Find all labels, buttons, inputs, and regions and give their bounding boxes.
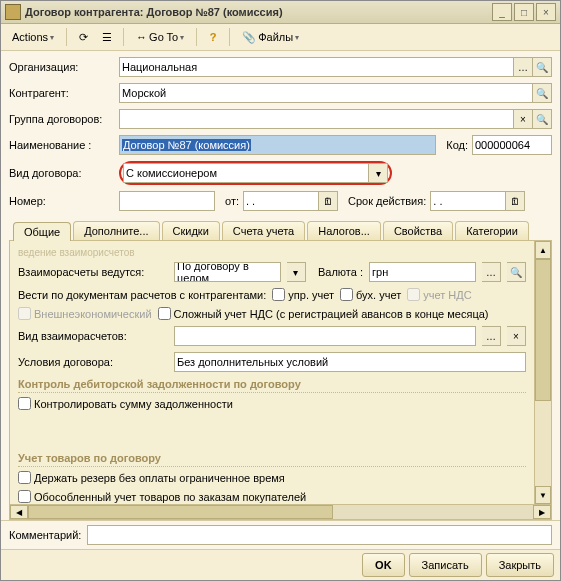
h-scrollbar[interactable]: ◀ ▶ bbox=[9, 505, 552, 520]
code-input[interactable]: 000000064 bbox=[472, 135, 552, 155]
kind-highlight: С комиссионером ▾ bbox=[119, 161, 392, 185]
kind-calc-select[interactable]: … bbox=[482, 326, 501, 346]
group-clear-button[interactable]: × bbox=[514, 109, 533, 129]
name-input[interactable]: Договор №87 (комиссия) bbox=[119, 135, 436, 155]
name-label: Наименование : bbox=[9, 139, 119, 151]
maximize-button[interactable]: □ bbox=[514, 3, 534, 21]
contr-input[interactable]: Морской bbox=[119, 83, 533, 103]
contr-search-button[interactable]: 🔍 bbox=[533, 83, 552, 103]
comment-label: Комментарий: bbox=[9, 529, 81, 541]
currency-select[interactable]: … bbox=[482, 262, 501, 282]
tab-accounts[interactable]: Счета учета bbox=[222, 221, 305, 240]
ok-button[interactable]: OK bbox=[362, 553, 405, 577]
scroll-right-icon[interactable]: ▶ bbox=[533, 505, 551, 519]
from-label: от: bbox=[225, 195, 239, 207]
org-input[interactable]: Национальная bbox=[119, 57, 514, 77]
kind-input[interactable]: С комиссионером bbox=[123, 163, 369, 183]
group-search-button[interactable]: 🔍 bbox=[533, 109, 552, 129]
date-to-input[interactable]: . . bbox=[430, 191, 506, 211]
refresh-icon[interactable]: ⟳ bbox=[72, 26, 94, 48]
org-label: Организация: bbox=[9, 61, 119, 73]
docs-label: Вести по документам расчетов с контраген… bbox=[18, 289, 266, 301]
kind-dropdown-button[interactable]: ▾ bbox=[369, 163, 388, 183]
tab-panel: ведение взаиморисчетов Взаиморасчеты вед… bbox=[9, 240, 552, 505]
window-title: Договор контрагента: Договор №87 (комисс… bbox=[25, 6, 490, 18]
actions-menu[interactable]: Actions▾ bbox=[5, 26, 61, 48]
number-label: Номер: bbox=[9, 195, 119, 207]
list-icon[interactable]: ☰ bbox=[96, 26, 118, 48]
tab-additional[interactable]: Дополните... bbox=[73, 221, 159, 240]
section-goods: Учет товаров по договору bbox=[18, 452, 526, 467]
date-from-input[interactable]: . . bbox=[243, 191, 319, 211]
tab-discounts[interactable]: Скидки bbox=[162, 221, 220, 240]
contract-window: Договор контрагента: Договор №87 (комисс… bbox=[0, 0, 561, 581]
h-scroll-thumb[interactable] bbox=[28, 505, 333, 519]
chk-upr[interactable]: упр. учет bbox=[272, 288, 334, 301]
tab-categories[interactable]: Категории bbox=[455, 221, 529, 240]
kind-calc-label: Вид взаиморасчетов: bbox=[18, 330, 168, 342]
kind-calc-input[interactable] bbox=[174, 326, 476, 346]
calc-dropdown[interactable]: ▾ bbox=[287, 262, 306, 282]
comment-input[interactable] bbox=[87, 525, 552, 545]
app-icon bbox=[5, 4, 21, 20]
goto-menu[interactable]: ↔ Go To▾ bbox=[129, 26, 191, 48]
chk-control[interactable]: Контролировать сумму задолженности bbox=[18, 397, 233, 410]
period-label: Срок действия: bbox=[348, 195, 426, 207]
section-faded: ведение взаиморисчетов bbox=[18, 247, 526, 258]
close-footer-button[interactable]: Закрыть bbox=[486, 553, 554, 577]
currency-search[interactable]: 🔍 bbox=[507, 262, 526, 282]
footer: OK Записать Закрыть bbox=[1, 549, 560, 580]
kind-calc-clear[interactable]: × bbox=[507, 326, 526, 346]
titlebar: Договор контрагента: Договор №87 (комисс… bbox=[1, 1, 560, 24]
date-from-picker[interactable]: 🗓 bbox=[319, 191, 338, 211]
date-to-picker[interactable]: 🗓 bbox=[506, 191, 525, 211]
chk-buh[interactable]: бух. учет bbox=[340, 288, 401, 301]
files-menu[interactable]: 📎 Файлы▾ bbox=[235, 26, 306, 48]
number-input[interactable] bbox=[119, 191, 215, 211]
kind-label: Вид договора: bbox=[9, 167, 119, 179]
tabs: Общие Дополните... Скидки Счета учета На… bbox=[9, 221, 552, 240]
panel-scrollbar[interactable]: ▲ ▼ bbox=[534, 241, 551, 504]
code-label: Код: bbox=[446, 139, 468, 151]
chk-nds: учет НДС bbox=[407, 288, 471, 301]
save-button[interactable]: Записать bbox=[409, 553, 482, 577]
chk-reserve[interactable]: Держать резерв без оплаты ограниченное в… bbox=[18, 471, 285, 484]
close-button[interactable]: × bbox=[536, 3, 556, 21]
chk-separate[interactable]: Обособленный учет товаров по заказам пок… bbox=[18, 490, 306, 503]
tab-common[interactable]: Общие bbox=[13, 222, 71, 241]
calc-label: Взаиморасчеты ведутся: bbox=[18, 266, 168, 278]
contr-label: Контрагент: bbox=[9, 87, 119, 99]
chk-complex[interactable]: Сложный учет НДС (с регистрацией авансов… bbox=[158, 307, 489, 320]
minimize-button[interactable]: _ bbox=[492, 3, 512, 21]
org-select-button[interactable]: … bbox=[514, 57, 533, 77]
calc-input[interactable]: По договору в целом bbox=[174, 262, 281, 282]
section-debit: Контроль дебиторской задолженности по до… bbox=[18, 378, 526, 393]
currency-label: Валюта : bbox=[318, 266, 363, 278]
panel-content: ведение взаиморисчетов Взаиморасчеты вед… bbox=[10, 241, 534, 504]
toolbar: Actions▾ ⟳ ☰ ↔ Go To▾ ? 📎 Файлы▾ bbox=[1, 24, 560, 51]
help-icon[interactable]: ? bbox=[202, 26, 224, 48]
org-search-button[interactable]: 🔍 bbox=[533, 57, 552, 77]
group-input[interactable] bbox=[119, 109, 514, 129]
terms-input[interactable]: Без дополнительных условий bbox=[174, 352, 526, 372]
scroll-down-icon[interactable]: ▼ bbox=[535, 486, 551, 504]
currency-input[interactable]: грн bbox=[369, 262, 476, 282]
scroll-thumb[interactable] bbox=[535, 259, 551, 401]
chk-foreign: Внешнеэкономический bbox=[18, 307, 152, 320]
scroll-left-icon[interactable]: ◀ bbox=[10, 505, 28, 519]
group-label: Группа договоров: bbox=[9, 113, 119, 125]
comment-row: Комментарий: bbox=[1, 520, 560, 549]
terms-label: Условия договора: bbox=[18, 356, 168, 368]
tab-properties[interactable]: Свойства bbox=[383, 221, 453, 240]
scroll-up-icon[interactable]: ▲ bbox=[535, 241, 551, 259]
tab-taxes[interactable]: Налогов... bbox=[307, 221, 381, 240]
